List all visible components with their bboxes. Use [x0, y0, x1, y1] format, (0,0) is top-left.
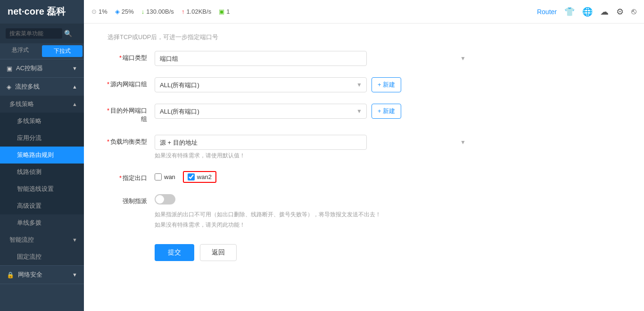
logo-text: net·core 磊科	[8, 5, 66, 18]
src-port-row: ALL(所有端口) ▼ + 新建	[155, 77, 471, 92]
sidebar-search-container: 🔍	[0, 24, 84, 43]
topbar: net·core 磊科 ⊙ 1% ◈ 25% ↓ 130.00B/s ↑ 1.0…	[0, 0, 644, 24]
control-dst-port: ALL(所有端口) ▼ + 新建	[155, 104, 471, 119]
select-port-type[interactable]: 端口组	[155, 51, 367, 66]
form-container: 选择TCP或UDP后，可进一步指定端口号 *端口类型 端口组 ▼	[103, 33, 471, 261]
sidebar-item-celueluyou[interactable]: 策略路由规则	[0, 147, 84, 164]
cpu-icon: ⊙	[91, 8, 97, 15]
sidebar-item-ac-controller[interactable]: ▣ AC控制器 ▼	[0, 59, 84, 77]
tab-dropdown[interactable]: 下拉式	[42, 45, 83, 57]
sidebar-item-gaoji[interactable]: 高级设置	[0, 197, 84, 214]
ac-icon: ▣	[7, 65, 12, 72]
router-label: Router	[537, 8, 557, 16]
force-hint-line1: 如果指派的出口不可用（如出口删除、线路断开、拨号失败等），将导致报文发送不出去！	[155, 210, 471, 220]
label-port-type: *端口类型	[103, 51, 155, 62]
sidebar-item-multiline[interactable]: ◈ 流控多线 ▲	[0, 78, 84, 96]
shirt-icon[interactable]: 👕	[564, 7, 575, 17]
globe-icon[interactable]: 🌐	[582, 7, 593, 17]
user-icon[interactable]: ⎋	[631, 7, 636, 16]
sidebar-item-security[interactable]: 🔒 网络安全 ▼	[0, 266, 84, 284]
control-exit: wan wan2	[155, 171, 471, 183]
screen-value: 1	[226, 8, 230, 15]
sidebar-item-zhinenh[interactable]: 智能选线设置	[0, 180, 84, 197]
select-src-port[interactable]: ALL(所有端口)	[155, 77, 367, 92]
mem-icon: ◈	[115, 8, 120, 15]
force-hint-line2: 如果没有特殊需求，请关闭此功能！	[155, 220, 471, 230]
sidebar-item-duoxiancelue-parent[interactable]: 多线策略 ▲	[0, 96, 84, 113]
logo: net·core 磊科	[0, 0, 84, 24]
sidebar-item-lujiance[interactable]: 线路侦测	[0, 164, 84, 180]
control-force: 如果指派的出口不可用（如出口删除、线路断开、拨号失败等），将导致报文发送不出去！…	[155, 194, 471, 230]
select-lb-type[interactable]: 源 + 目的地址	[155, 135, 367, 150]
search-input[interactable]	[6, 28, 62, 39]
cpu-stat: ⊙ 1%	[91, 8, 107, 15]
select-dst-port[interactable]: ALL(所有端口)	[155, 104, 367, 119]
main-content: 选择TCP或UDP后，可进一步指定端口号 *端口类型 端口组 ▼	[84, 24, 644, 311]
mem-value: 25%	[122, 8, 134, 15]
submit-button[interactable]: 提交	[155, 244, 194, 261]
form-row-port-type: *端口类型 端口组 ▼	[103, 51, 471, 66]
duoxiancelue-children: 多线策略 应用分流 策略路由规则 线路侦测 智能选线设置 高级设置	[0, 113, 84, 214]
select-wrapper-src-port: ALL(所有端口) ▼	[155, 77, 367, 92]
sidebar-item-danxianduobo[interactable]: 单线多拨	[0, 214, 84, 231]
sidebar-group-security: 🔒 网络安全 ▼	[0, 266, 84, 284]
upload-value: 1.02KB/s	[186, 8, 211, 15]
label-lb-type: *负载均衡类型	[103, 135, 155, 146]
multiline-submenu: 多线策略 ▲ 多线策略 应用分流 策略路由规则 线路侦测 智能选线设置 高级设置…	[0, 96, 84, 265]
btn-new-src-port[interactable]: + 新建	[372, 77, 401, 92]
toggle-slider	[155, 194, 175, 205]
cpu-value: 1%	[99, 8, 107, 15]
mem-stat: ◈ 25%	[115, 8, 134, 15]
multiline-arrow: ▲	[72, 84, 77, 90]
form-top-hint: 选择TCP或UDP后，可进一步指定端口号	[103, 33, 471, 41]
wan2-highlighted: wan2	[183, 171, 216, 183]
security-icon: 🔒	[7, 271, 14, 278]
back-button[interactable]: 返回	[200, 244, 237, 261]
gear-icon[interactable]: ⚙	[616, 7, 624, 17]
upload-stat: ↑ 1.02KB/s	[182, 8, 211, 15]
tab-floating[interactable]: 悬浮式	[0, 43, 41, 59]
form-row-lb-type: *负载均衡类型 源 + 目的地址 ▼ 如果没有特殊需求，请使用默认值！	[103, 135, 471, 160]
lb-hint: 如果没有特殊需求，请使用默认值！	[155, 152, 471, 160]
checkbox-wan[interactable]: wan	[155, 173, 175, 180]
topbar-stats: ⊙ 1% ◈ 25% ↓ 130.00B/s ↑ 1.02KB/s ▣ 1	[84, 8, 537, 15]
btn-new-dst-port[interactable]: + 新建	[372, 104, 401, 119]
label-exit: *指定出口	[103, 171, 155, 182]
sidebar-item-gudingliukong[interactable]: 固定流控	[0, 248, 84, 265]
layout: 🔍 悬浮式 下拉式 ▣ AC控制器 ▼ ◈ 流控多线 ▲ 多线策略	[0, 24, 644, 311]
sidebar-item-appfengliu[interactable]: 应用分流	[0, 130, 84, 147]
wan-label: wan	[164, 173, 175, 180]
cloud-icon[interactable]: ☁	[600, 7, 609, 17]
multiline-icon: ◈	[7, 83, 11, 90]
control-port-type: 端口组 ▼	[155, 51, 471, 66]
dst-port-row: ALL(所有端口) ▼ + 新建	[155, 104, 471, 119]
form-row-dst-port: *目的外网端口组 ALL(所有端口) ▼ + 新建	[103, 104, 471, 123]
download-icon: ↓	[141, 8, 145, 15]
topbar-right: Router 👕 🌐 ☁ ⚙ ⎋	[537, 7, 636, 17]
screen-stat: ▣ 1	[219, 8, 230, 15]
select-arrow-port-type: ▼	[460, 55, 466, 62]
ac-label: AC控制器	[16, 64, 43, 73]
sidebar: 🔍 悬浮式 下拉式 ▣ AC控制器 ▼ ◈ 流控多线 ▲ 多线策略	[0, 24, 84, 311]
exit-checkbox-group: wan wan2	[155, 171, 471, 183]
wan-checkbox[interactable]	[155, 173, 162, 180]
search-icon[interactable]: 🔍	[64, 30, 72, 37]
form-row-src-port: *源内网端口组 ALL(所有端口) ▼ + 新建	[103, 77, 471, 92]
wan2-checkbox[interactable]	[188, 173, 195, 180]
control-src-port: ALL(所有端口) ▼ + 新建	[155, 77, 471, 92]
security-arrow: ▼	[72, 272, 77, 278]
ac-arrow: ▼	[72, 65, 77, 71]
screen-icon: ▣	[219, 8, 224, 15]
sidebar-tabs: 悬浮式 下拉式	[0, 43, 84, 59]
form-actions: 提交 返回	[103, 244, 471, 261]
sidebar-group-multiline: ◈ 流控多线 ▲ 多线策略 ▲ 多线策略 应用分流 策略路由规则 线路侦测 智能…	[0, 78, 84, 266]
force-hint: 如果指派的出口不可用（如出口删除、线路断开、拨号失败等），将导致报文发送不出去！…	[155, 210, 471, 230]
multiline-label: 流控多线	[15, 82, 40, 91]
select-wrapper-port-type: 端口组 ▼	[155, 51, 471, 66]
force-toggle[interactable]	[155, 194, 175, 205]
security-label: 网络安全	[18, 270, 42, 279]
label-src-port: *源内网端口组	[103, 77, 155, 89]
sidebar-item-duoxiancelue[interactable]: 多线策略	[0, 113, 84, 130]
label-force: 强制指派	[103, 194, 155, 205]
sidebar-item-zhinengliu[interactable]: 智能流控 ▼	[0, 231, 84, 248]
